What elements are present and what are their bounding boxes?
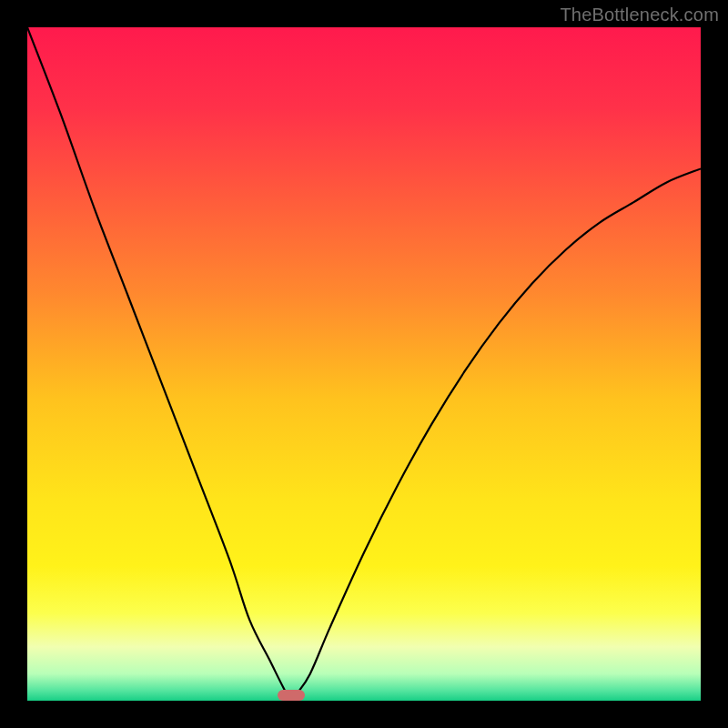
minimum-marker	[278, 690, 305, 701]
plot-frame	[27, 27, 701, 701]
watermark-text: TheBottleneck.com	[560, 5, 719, 25]
bottleneck-curve	[27, 27, 701, 701]
